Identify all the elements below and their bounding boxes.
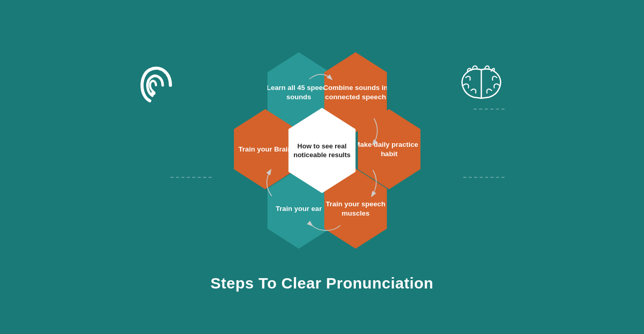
dashed-line-right [463, 177, 505, 178]
main-container: Learn all 45 speech sounds Combine sound… [0, 0, 644, 334]
brain-icon [453, 62, 510, 103]
dashed-line-top-right [474, 109, 505, 110]
hex-cluster: Learn all 45 speech sounds Combine sound… [214, 42, 431, 259]
page-title: Steps To Clear Pronunciation [211, 275, 434, 292]
ear-icon [134, 62, 181, 109]
dashed-line-left [170, 177, 212, 178]
svg-point-0 [151, 91, 155, 95]
